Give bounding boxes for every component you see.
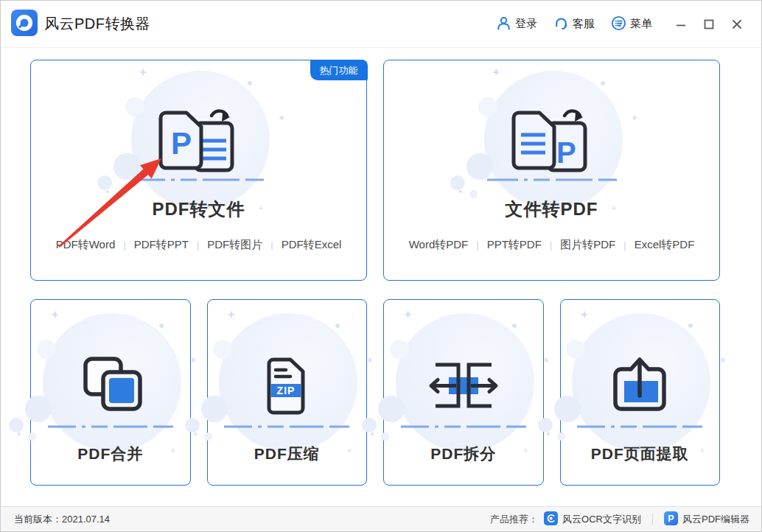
subitem-pdf-to-excel[interactable]: PDF转Excel bbox=[282, 238, 342, 252]
pdf-editor-app-icon: P bbox=[664, 511, 678, 528]
maximize-icon bbox=[704, 19, 714, 29]
card-title: PDF拆分 bbox=[384, 444, 543, 464]
dash-divider bbox=[134, 178, 264, 181]
card-title: PDF压缩 bbox=[208, 444, 367, 464]
product-ocr-label: 风云OCR文字识别 bbox=[562, 513, 641, 526]
pdf-extract-icon bbox=[606, 354, 674, 416]
subitem-pdf-to-ppt[interactable]: PDF转PPT bbox=[134, 238, 189, 252]
blob-decoration: +++ bbox=[38, 313, 183, 458]
app-window: 风云PDF转换器 登录 bbox=[0, 0, 762, 532]
version-text: 当前版本：2021.07.14 bbox=[14, 513, 110, 526]
dash-divider bbox=[401, 425, 526, 428]
main-grid: 热门功能 +++ P PDF转文件 bbox=[1, 48, 761, 486]
ocr-app-icon bbox=[544, 511, 558, 528]
window-controls bbox=[664, 13, 748, 35]
maximize-button[interactable] bbox=[698, 13, 720, 35]
menu-button[interactable]: 菜单 bbox=[611, 15, 652, 33]
card-pdf-extract[interactable]: +++ PDF页面提取 bbox=[560, 299, 721, 486]
login-label: 登录 bbox=[515, 17, 537, 31]
item-separator: | bbox=[123, 239, 125, 251]
svg-text:P: P bbox=[171, 126, 192, 161]
blob-decoration: +++ bbox=[391, 313, 536, 458]
svg-text:P: P bbox=[668, 514, 674, 524]
menu-label: 菜单 bbox=[630, 17, 652, 31]
item-separator: | bbox=[550, 239, 552, 251]
item-separator: | bbox=[476, 239, 478, 251]
service-button[interactable]: 客服 bbox=[553, 15, 595, 33]
card-file-to-pdf[interactable]: +++ P 文件转PDF Word转PDF | bbox=[383, 60, 720, 281]
card-pdf-to-file[interactable]: 热门功能 +++ P PDF转文件 bbox=[30, 60, 367, 281]
subitem-image-to-pdf[interactable]: 图片转PDF bbox=[560, 238, 615, 252]
product-ocr-link[interactable]: 风云OCR文字识别 bbox=[544, 511, 641, 528]
minimize-button[interactable] bbox=[670, 13, 692, 35]
pdf-to-file-icon: P bbox=[155, 107, 242, 179]
dash-divider bbox=[48, 425, 173, 428]
subitem-word-to-pdf[interactable]: Word转PDF bbox=[409, 238, 469, 252]
product-recommendations: 产品推荐： 风云OCR文字识别 bbox=[490, 511, 749, 528]
blob-decoration: +++ P bbox=[127, 71, 271, 215]
titlebar-right: 登录 客服 bbox=[480, 13, 748, 35]
subitem-excel-to-pdf[interactable]: Excel转PDF bbox=[635, 238, 695, 252]
app-title: 风云PDF转换器 bbox=[44, 14, 150, 34]
svg-text:ZIP: ZIP bbox=[277, 385, 296, 396]
blob-decoration: +++ bbox=[567, 313, 712, 458]
user-icon bbox=[496, 15, 511, 33]
pdf-compress-icon: ZIP bbox=[259, 354, 315, 417]
product-editor-label: 风云PDF编辑器 bbox=[682, 513, 749, 526]
card-title: PDF合并 bbox=[31, 444, 190, 464]
item-separator: | bbox=[197, 239, 199, 251]
recommend-label: 产品推荐： bbox=[490, 513, 538, 526]
file-to-pdf-icon: P bbox=[508, 107, 595, 179]
titlebar-left: 风云PDF转换器 bbox=[11, 10, 150, 39]
hot-badge: 热门功能 bbox=[310, 60, 368, 80]
svg-text:P: P bbox=[556, 136, 576, 169]
card-pdf-compress[interactable]: +++ ZIP PDF压缩 bbox=[207, 299, 368, 486]
card-title: 文件转PDF bbox=[384, 197, 719, 221]
subitem-pdf-to-word[interactable]: PDF转Word bbox=[56, 238, 116, 252]
card-subitems: Word转PDF | PPT转PDF | 图片转PDF | Excel转PDF bbox=[384, 238, 719, 252]
service-label: 客服 bbox=[573, 17, 595, 31]
login-button[interactable]: 登录 bbox=[496, 15, 537, 33]
statusbar: 当前版本：2021.07.14 产品推荐： 风云OCR文字识别 bbox=[1, 506, 761, 531]
subitem-ppt-to-pdf[interactable]: PPT转PDF bbox=[487, 238, 542, 252]
pdf-split-icon bbox=[427, 357, 500, 414]
card-pdf-split[interactable]: +++ PDF拆分 bbox=[383, 299, 544, 486]
dash-divider bbox=[487, 178, 617, 181]
close-icon bbox=[732, 19, 742, 29]
pdf-merge-icon bbox=[77, 351, 144, 419]
product-editor-link[interactable]: P 风云PDF编辑器 bbox=[664, 511, 749, 528]
app-logo-icon bbox=[11, 10, 38, 39]
minimize-icon bbox=[676, 19, 686, 29]
footer-divider bbox=[652, 514, 653, 525]
item-separator: | bbox=[623, 239, 626, 251]
card-title: PDF转文件 bbox=[31, 197, 366, 221]
blob-decoration: +++ ZIP bbox=[214, 313, 359, 458]
subitem-pdf-to-image[interactable]: PDF转图片 bbox=[207, 238, 262, 252]
titlebar: 风云PDF转换器 登录 bbox=[1, 1, 761, 48]
blob-decoration: +++ P bbox=[480, 71, 624, 215]
item-separator: | bbox=[270, 239, 273, 251]
card-title: PDF页面提取 bbox=[561, 444, 720, 464]
card-subitems: PDF转Word | PDF转PPT | PDF转图片 | PDF转Excel bbox=[31, 238, 366, 252]
menu-icon bbox=[611, 15, 626, 33]
dash-divider bbox=[224, 425, 349, 428]
card-pdf-merge[interactable]: +++ PDF合并 bbox=[30, 299, 191, 486]
dash-divider bbox=[577, 425, 702, 428]
headset-icon bbox=[553, 15, 569, 33]
close-button[interactable] bbox=[726, 13, 748, 35]
